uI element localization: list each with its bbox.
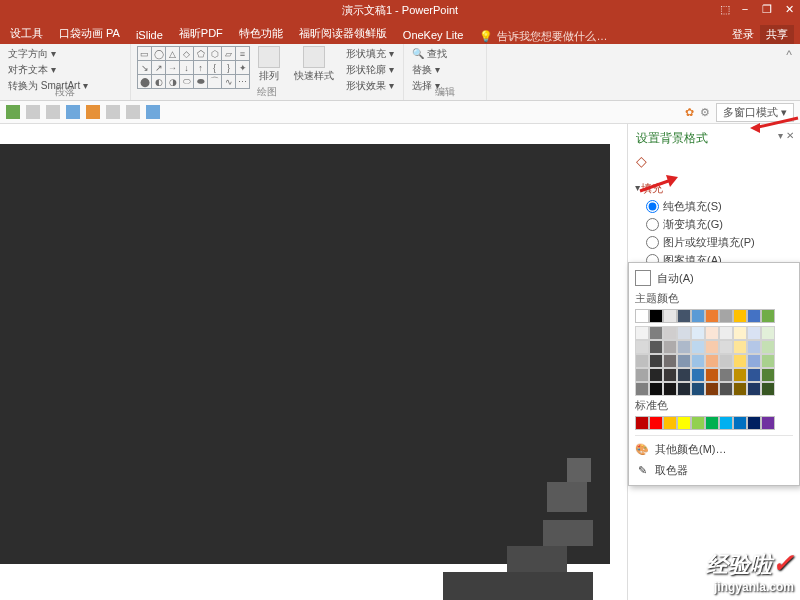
color-auto-item[interactable]: 自动(A): [635, 267, 793, 289]
color-swatch[interactable]: [663, 326, 677, 340]
tab-4[interactable]: 特色功能: [231, 23, 291, 44]
color-swatch[interactable]: [691, 382, 705, 396]
qat-icon-6[interactable]: [106, 105, 120, 119]
color-swatch[interactable]: [649, 326, 663, 340]
color-swatch[interactable]: [663, 368, 677, 382]
radio-solid[interactable]: [646, 200, 659, 213]
tab-5[interactable]: 福昕阅读器领鲜版: [291, 23, 395, 44]
align-text-button[interactable]: 对齐文本 ▾: [6, 62, 124, 78]
color-swatch[interactable]: [691, 309, 705, 323]
color-swatch[interactable]: [733, 416, 747, 430]
color-swatch[interactable]: [705, 382, 719, 396]
replace-button[interactable]: 替换 ▾: [410, 62, 480, 78]
color-swatch[interactable]: [677, 382, 691, 396]
tell-me-box[interactable]: 💡 告诉我您想要做什么…: [479, 29, 607, 44]
pane-close-button[interactable]: ▾ ✕: [778, 130, 794, 141]
color-swatch[interactable]: [677, 354, 691, 368]
color-swatch[interactable]: [635, 340, 649, 354]
color-swatch[interactable]: [649, 416, 663, 430]
color-swatch[interactable]: [635, 309, 649, 323]
opt-picture-fill[interactable]: 图片或纹理填充(P): [646, 235, 794, 250]
slide[interactable]: [0, 144, 610, 564]
qat-icon-1[interactable]: [6, 105, 20, 119]
color-swatch[interactable]: [649, 382, 663, 396]
color-swatch[interactable]: [677, 416, 691, 430]
color-swatch[interactable]: [635, 354, 649, 368]
color-swatch[interactable]: [649, 354, 663, 368]
fill-category-icon[interactable]: ◇: [636, 153, 794, 169]
quick-styles-button[interactable]: 快速样式: [290, 46, 338, 83]
color-swatch[interactable]: [719, 326, 733, 340]
qat-icon-3[interactable]: [46, 105, 60, 119]
opt-solid-fill[interactable]: 纯色填充(S): [646, 199, 794, 214]
qat-icon-5[interactable]: [86, 105, 100, 119]
color-swatch[interactable]: [635, 382, 649, 396]
color-swatch[interactable]: [719, 340, 733, 354]
color-swatch[interactable]: [649, 368, 663, 382]
shape-fill-button[interactable]: 形状填充 ▾: [344, 46, 396, 62]
qat-gear-icon[interactable]: ⚙: [700, 106, 710, 119]
color-swatch[interactable]: [649, 340, 663, 354]
more-colors-item[interactable]: 🎨其他颜色(M)…: [635, 439, 793, 460]
color-swatch[interactable]: [705, 309, 719, 323]
color-swatch[interactable]: [663, 309, 677, 323]
close-button[interactable]: ✕: [782, 2, 796, 16]
qat-icon-8[interactable]: [146, 105, 160, 119]
multi-window-button[interactable]: 多窗口模式 ▾: [716, 103, 794, 122]
restore-button[interactable]: ❐: [760, 2, 774, 16]
color-swatch[interactable]: [677, 340, 691, 354]
tab-3[interactable]: 福昕PDF: [171, 23, 231, 44]
color-swatch[interactable]: [705, 340, 719, 354]
color-swatch[interactable]: [747, 309, 761, 323]
color-swatch[interactable]: [649, 309, 663, 323]
collapse-ribbon-icon[interactable]: ^: [778, 44, 800, 100]
color-swatch[interactable]: [733, 340, 747, 354]
color-swatch[interactable]: [635, 416, 649, 430]
color-swatch[interactable]: [761, 368, 775, 382]
tab-0[interactable]: 设工具: [2, 23, 51, 44]
color-swatch[interactable]: [761, 354, 775, 368]
section-fill-title[interactable]: 填充: [636, 181, 794, 196]
color-swatch[interactable]: [733, 368, 747, 382]
login-link[interactable]: 登录: [728, 25, 758, 44]
color-swatch[interactable]: [747, 340, 761, 354]
qat-icon-2[interactable]: [26, 105, 40, 119]
color-swatch[interactable]: [733, 382, 747, 396]
radio-gradient[interactable]: [646, 218, 659, 231]
color-swatch[interactable]: [747, 354, 761, 368]
slide-canvas-area[interactable]: [0, 124, 627, 600]
shape-outline-button[interactable]: 形状轮廓 ▾: [344, 62, 396, 78]
color-swatch[interactable]: [705, 326, 719, 340]
tab-2[interactable]: iSlide: [128, 26, 171, 44]
color-swatch[interactable]: [719, 416, 733, 430]
color-swatch[interactable]: [747, 326, 761, 340]
tab-6[interactable]: OneKey Lite: [395, 26, 472, 44]
color-swatch[interactable]: [705, 354, 719, 368]
color-swatch[interactable]: [719, 354, 733, 368]
color-swatch[interactable]: [733, 326, 747, 340]
color-swatch[interactable]: [719, 382, 733, 396]
shapes-gallery[interactable]: ▭◯△◇⬠⬡▱≡ ↘↗→↓↑{}✦ ⬤◐◑⬭⬬⌒∿⋯: [137, 46, 248, 87]
opt-gradient-fill[interactable]: 渐变填充(G): [646, 217, 794, 232]
color-swatch[interactable]: [747, 382, 761, 396]
color-swatch[interactable]: [761, 340, 775, 354]
color-swatch[interactable]: [677, 368, 691, 382]
color-swatch[interactable]: [691, 326, 705, 340]
color-swatch[interactable]: [663, 416, 677, 430]
color-swatch[interactable]: [677, 326, 691, 340]
color-swatch[interactable]: [635, 326, 649, 340]
find-button[interactable]: 🔍 查找: [410, 46, 480, 62]
color-swatch[interactable]: [691, 416, 705, 430]
share-button[interactable]: 共享: [760, 25, 794, 44]
radio-picture[interactable]: [646, 236, 659, 249]
arrange-button[interactable]: 排列: [254, 46, 284, 83]
qat-icon-7[interactable]: [126, 105, 140, 119]
color-swatch[interactable]: [705, 416, 719, 430]
color-swatch[interactable]: [761, 309, 775, 323]
qat-star-icon[interactable]: ✿: [685, 106, 694, 119]
color-swatch[interactable]: [719, 368, 733, 382]
text-direction-button[interactable]: 文字方向 ▾: [6, 46, 124, 62]
eyedropper-item[interactable]: ✎取色器: [635, 460, 793, 481]
tab-1[interactable]: 口袋动画 PA: [51, 23, 128, 44]
color-swatch[interactable]: [747, 416, 761, 430]
